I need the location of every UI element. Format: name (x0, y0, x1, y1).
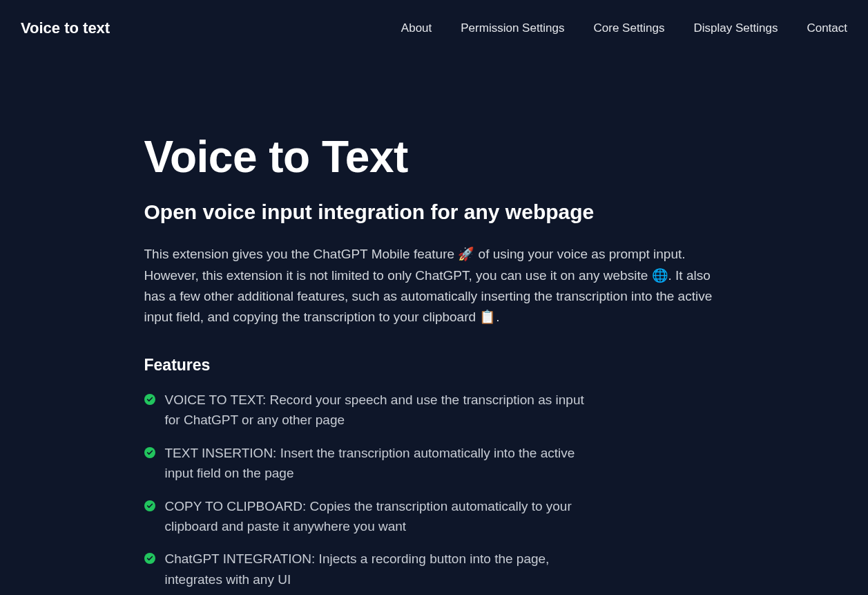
nav-display-settings[interactable]: Display Settings (694, 21, 778, 35)
page-subtitle: Open voice input integration for any web… (144, 200, 724, 225)
feature-text: ChatGPT INTEGRATION: Injects a recording… (165, 549, 593, 589)
nav-about[interactable]: About (401, 21, 432, 35)
list-item: TEXT INSERTION: Insert the transcription… (144, 443, 724, 484)
check-icon (144, 394, 155, 405)
feature-text: COPY TO CLIPBOARD: Copies the transcript… (165, 496, 593, 537)
list-item: VOICE TO TEXT: Record your speech and us… (144, 390, 724, 431)
feature-text: TEXT INSERTION: Insert the transcription… (165, 443, 593, 484)
check-icon (144, 553, 155, 564)
feature-text: VOICE TO TEXT: Record your speech and us… (165, 390, 593, 431)
features-heading: Features (144, 356, 724, 375)
logo[interactable]: Voice to text (21, 19, 110, 37)
check-icon (144, 447, 155, 458)
nav-permission-settings[interactable]: Permission Settings (461, 21, 564, 35)
nav-contact[interactable]: Contact (807, 21, 847, 35)
page-title: Voice to Text (144, 134, 724, 180)
list-item: COPY TO CLIPBOARD: Copies the transcript… (144, 496, 724, 537)
page-header: Voice to text About Permission Settings … (0, 0, 868, 37)
list-item: ChatGPT INTEGRATION: Injects a recording… (144, 549, 724, 589)
main-nav: About Permission Settings Core Settings … (401, 21, 847, 35)
check-icon (144, 500, 155, 511)
nav-core-settings[interactable]: Core Settings (594, 21, 665, 35)
features-list: VOICE TO TEXT: Record your speech and us… (144, 390, 724, 595)
intro-paragraph: This extension gives you the ChatGPT Mob… (144, 244, 724, 328)
main-content: Voice to Text Open voice input integrati… (144, 37, 724, 595)
